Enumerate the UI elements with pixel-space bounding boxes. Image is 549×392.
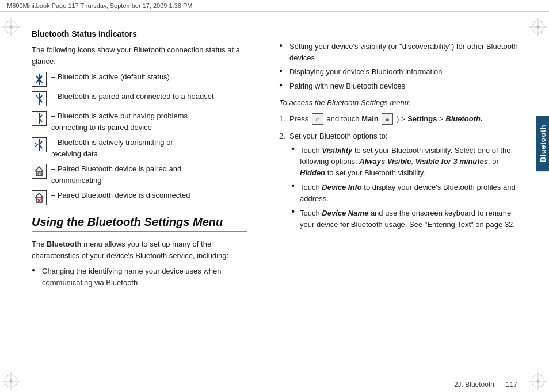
main-bold: Main xyxy=(361,114,379,123)
step-1: 1. Press ⌂ and touch Main ≡ ) > Settings… xyxy=(279,113,520,125)
icon-row-1: – Bluetooth is active (default status) xyxy=(32,71,247,87)
bt-icon-communicating xyxy=(32,164,47,179)
sub-bullet-device-name: Touch Device Name and use the onscreen k… xyxy=(292,207,520,230)
bt-icon-disconnected xyxy=(32,190,47,205)
bullet-item-1: Changing the identifying name your devic… xyxy=(32,266,247,288)
right-bullet-3: Pairing with new Bluetooth devices xyxy=(279,80,520,92)
step1-num: 1. xyxy=(279,113,285,125)
section2-intro: The Bluetooth menu allows you to set up … xyxy=(32,239,247,261)
header-text: M800Mini.book Page 117 Thursday, Septemb… xyxy=(7,2,192,9)
bt-icon-problems: ! xyxy=(32,111,47,126)
icon5-text: – Paired Bluetooth device is paired andc… xyxy=(51,163,181,186)
svg-rect-22 xyxy=(36,198,42,202)
icon-row-3: ! – Bluetooth is active but having probl… xyxy=(32,110,247,133)
bt-icon-active xyxy=(32,72,47,87)
icon-row-2: – Bluetooth is paired and connected to a… xyxy=(32,91,247,106)
icon-row-5: – Paired Bluetooth device is paired andc… xyxy=(32,163,247,186)
icon2-text: – Bluetooth is paired and connected to a… xyxy=(51,91,214,102)
section2-bullet-list: Changing the identifying name your devic… xyxy=(32,266,247,288)
settings-bold: Settings xyxy=(407,114,437,123)
menu-icon: ≡ xyxy=(382,113,393,125)
svg-line-19 xyxy=(35,145,38,147)
section1-intro: The following icons show your Bluetooth … xyxy=(32,44,247,67)
sub-bullet-device-info: Touch Device Info to display your device… xyxy=(292,182,520,204)
right-column: Setting your device's visibility (or "di… xyxy=(265,12,549,388)
step2-num: 2. xyxy=(279,130,285,142)
steps-list: 1. Press ⌂ and touch Main ≡ ) > Settings… xyxy=(279,113,520,230)
bluetooth-bold-step: Bluetooth. xyxy=(445,114,482,123)
footer-label: 2J. Bluetooth 117 xyxy=(454,381,517,389)
section1-heading: Bluetooth Status Indicators xyxy=(32,29,247,39)
left-column: Bluetooth Status Indicators The followin… xyxy=(0,12,265,388)
sub-bullets-list: Touch Visibility to set your Bluetooth v… xyxy=(289,145,520,230)
icon4-text: – Bluetooth is actively transmitting orr… xyxy=(51,137,173,159)
bluetooth-side-tab: Bluetooth xyxy=(536,116,549,171)
icon-row-4: – Bluetooth is actively transmitting orr… xyxy=(32,137,247,159)
icon1-text: – Bluetooth is active (default status) xyxy=(51,71,170,83)
side-tab-label: Bluetooth xyxy=(539,125,547,162)
bt-icon-paired-headset xyxy=(32,91,47,106)
icon3-text: – Bluetooth is active but having problem… xyxy=(51,110,188,133)
icon-row-6: – Paired Bluetooth device is disconnecte… xyxy=(32,190,247,205)
step-2: 2. Set your Bluetooth options to: Touch … xyxy=(279,130,520,230)
footer: 2J. Bluetooth 117 xyxy=(0,377,549,392)
right-bullet-2: Displaying your device's Bluetooth infor… xyxy=(279,66,520,78)
home-icon: ⌂ xyxy=(312,113,323,125)
access-label-text: To access the Bluetooth Settings menu: xyxy=(279,98,411,107)
section-divider xyxy=(32,231,247,232)
svg-line-18 xyxy=(35,143,38,145)
section2-heading: Using the Bluetooth Settings Menu xyxy=(32,216,247,229)
right-bullet-1: Setting your device's visibility (or "di… xyxy=(279,41,520,63)
right-bullet-list: Setting your device's visibility (or "di… xyxy=(279,41,520,91)
header-bar: M800Mini.book Page 117 Thursday, Septemb… xyxy=(0,0,549,12)
icon6-text: – Paired Bluetooth device is disconnecte… xyxy=(51,190,190,201)
bluetooth-bold: Bluetooth xyxy=(47,240,82,248)
svg-text:!: ! xyxy=(35,117,37,123)
access-label: To access the Bluetooth Settings menu: xyxy=(279,97,520,109)
sub-bullet-visibility: Touch Visibility to set your Bluetooth v… xyxy=(292,145,520,179)
page-content: Bluetooth Status Indicators The followin… xyxy=(0,12,549,388)
svg-rect-20 xyxy=(36,171,42,176)
bt-icon-transmitting xyxy=(32,137,47,152)
